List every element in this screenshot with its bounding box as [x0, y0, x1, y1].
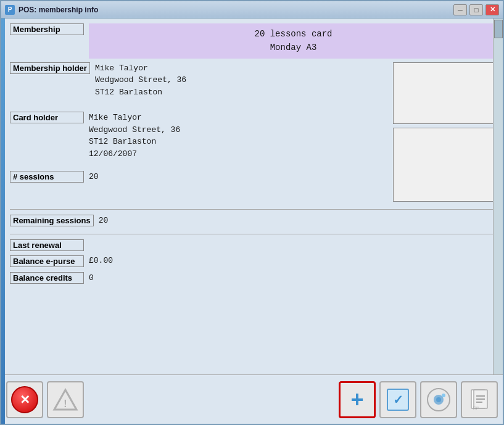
photo-column	[393, 62, 498, 202]
balance-credits-label: Balance credits	[10, 272, 84, 284]
photo-box-top	[393, 62, 498, 124]
camera-icon	[426, 387, 451, 412]
app-icon: P	[5, 5, 15, 15]
warning-icon: !	[52, 386, 79, 413]
card-holder-label: Card holder	[10, 112, 84, 123]
sessions-row: # sessions 20	[10, 171, 388, 183]
svg-point-5	[442, 394, 445, 397]
scrollbar[interactable]	[493, 19, 503, 374]
add-button[interactable]: +	[339, 381, 376, 418]
form-area: Membership 20 lessons card Monday A3 Mem…	[10, 23, 498, 369]
membership-holder-row: Membership holder Mike Talyor Wedgwood S…	[10, 62, 388, 99]
close-icon: ✕	[11, 386, 38, 413]
membership-line1: 20 lessons card	[254, 29, 332, 39]
ch-line3: ST12 Barlaston	[89, 137, 156, 146]
remaining-sessions-label: Remaining sessions	[10, 215, 94, 226]
mh-line2: Wedgwood Street, 36	[95, 75, 186, 85]
main-window: P POS: membership info ─ □ ✕ Membership …	[0, 0, 504, 425]
card-holder-row: Card holder Mike Talyor Wedgwood Street,…	[10, 112, 388, 160]
check-icon: ✓	[387, 389, 409, 411]
svg-point-4	[436, 397, 441, 402]
window-close-button[interactable]: ✕	[485, 4, 499, 15]
titlebar-controls: ─ □ ✕	[453, 4, 499, 15]
divider1	[10, 209, 498, 210]
membership-holder-label: Membership holder	[10, 62, 90, 74]
scrollbar-thumb[interactable]	[494, 20, 503, 38]
toolbar: ✕ ! + ✓	[1, 374, 503, 424]
plus-icon: +	[350, 389, 363, 411]
membership-line2: Monday A3	[270, 43, 317, 52]
balance-epurse-value: £0.00	[89, 255, 113, 267]
maximize-button[interactable]: □	[469, 4, 483, 15]
doc-button[interactable]: ☞	[461, 381, 498, 418]
holder-section: Membership holder Mike Talyor Wedgwood S…	[10, 62, 498, 202]
balance-credits-value: 0	[89, 272, 94, 284]
warning-triangle-svg: !	[52, 386, 79, 413]
last-renewal-label: Last renewal	[10, 239, 84, 251]
titlebar: P POS: membership info ─ □ ✕	[1, 1, 503, 19]
window-title: POS: membership info	[19, 6, 98, 14]
mh-line3: ST12 Barlaston	[95, 88, 162, 97]
warning-button[interactable]: !	[47, 381, 84, 418]
last-renewal-row: Last renewal	[10, 239, 498, 251]
ch-line2: Wedgwood Street, 36	[89, 125, 180, 134]
titlebar-left: P POS: membership info	[5, 5, 98, 15]
svg-text:!: !	[64, 398, 67, 409]
mh-line1: Mike Talyor	[95, 64, 148, 73]
membership-holder-value: Mike Talyor Wedgwood Street, 36 ST12 Bar…	[95, 62, 186, 99]
holder-fields: Membership holder Mike Talyor Wedgwood S…	[10, 62, 388, 202]
balance-credits-row: Balance credits 0	[10, 272, 498, 284]
svg-text:☞: ☞	[473, 404, 479, 412]
cancel-button[interactable]: ✕	[6, 381, 43, 418]
balance-section: Balance e-purse £0.00 Balance credits 0	[10, 255, 498, 286]
main-content: Membership 20 lessons card Monday A3 Mem…	[1, 19, 503, 374]
balance-epurse-label: Balance e-purse	[10, 255, 84, 267]
membership-value: 20 lessons card Monday A3	[89, 23, 498, 59]
remaining-sessions-value: 20	[99, 215, 109, 227]
membership-label: Membership	[10, 23, 84, 35]
minimize-button[interactable]: ─	[453, 4, 467, 15]
sessions-value: 20	[89, 171, 99, 183]
ch-line1: Mike Talyor	[89, 113, 142, 122]
card-holder-value: Mike Talyor Wedgwood Street, 36 ST12 Bar…	[89, 112, 180, 160]
doc-icon: ☞	[468, 387, 491, 412]
balance-epurse-row: Balance e-purse £0.00	[10, 255, 498, 267]
membership-row: Membership 20 lessons card Monday A3	[10, 23, 498, 59]
check-button[interactable]: ✓	[379, 381, 416, 418]
camera-button[interactable]	[420, 381, 457, 418]
sessions-label: # sessions	[10, 171, 84, 183]
ch-line4: 12/06/2007	[89, 149, 137, 159]
divider2	[10, 234, 498, 234]
photo-box-bottom	[393, 128, 498, 202]
remaining-sessions-row: Remaining sessions 20	[10, 215, 498, 227]
